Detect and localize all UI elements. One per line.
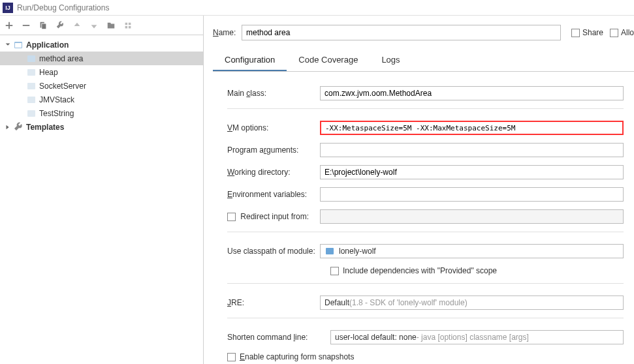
remove-icon[interactable] [21, 20, 31, 31]
separator [227, 318, 624, 318]
checkbox-icon [571, 29, 580, 37]
svg-rect-4 [27, 83, 35, 89]
jre-label: JRE: [227, 298, 320, 307]
tree-label: SocketServer [39, 82, 86, 91]
tab-logs[interactable]: Logs [370, 50, 411, 71]
tree-label: Heap [39, 68, 58, 77]
copy-icon[interactable] [38, 20, 48, 31]
program-args-row: Program arguments: [227, 143, 624, 157]
left-panel: Application method area Heap SocketServe… [0, 16, 204, 364]
svg-rect-6 [27, 110, 35, 117]
tab-configuration[interactable]: Configuration [213, 50, 287, 71]
tree-label: TestString [39, 109, 74, 118]
tree-item-socketserver[interactable]: SocketServer [0, 79, 203, 93]
svg-rect-1 [15, 43, 22, 48]
settings-icon[interactable] [55, 20, 65, 31]
tree-item-method-area[interactable]: method area [0, 52, 203, 65]
enable-capture-label: Enable capturing form snapshots [240, 352, 354, 361]
redirect-input-field [320, 209, 624, 224]
wrench-icon [13, 122, 24, 132]
tree-templates[interactable]: Templates [0, 120, 203, 134]
svg-rect-3 [27, 69, 35, 76]
shorten-cmd-value: user-local default: none [335, 333, 417, 342]
redirect-input-label: Redirect input from: [227, 212, 320, 221]
vm-options-input[interactable] [320, 121, 624, 135]
configuration-tree: Application method area Heap SocketServe… [0, 35, 203, 364]
vm-options-row: VM options: [227, 121, 624, 135]
toolbar [0, 16, 203, 35]
collapse-icon[interactable] [123, 20, 133, 31]
classpath-label: Use classpath of module: [227, 247, 320, 256]
include-deps-checkbox[interactable]: Include dependencies with "Provided" sco… [227, 266, 624, 275]
include-deps-label: Include dependencies with "Provided" sco… [343, 266, 497, 275]
env-vars-row: Environment variables: [227, 187, 624, 202]
shorten-cmd-row: Shorten command line: user-local default… [227, 330, 624, 344]
classpath-select[interactable]: lonely-wolf [320, 244, 624, 258]
main-class-label: Main class: [227, 89, 320, 98]
main-class-row: Main class: [227, 86, 624, 100]
allow-label: Allo [621, 28, 634, 37]
tree-item-heap[interactable]: Heap [0, 65, 203, 79]
config-icon [26, 67, 37, 78]
share-checkbox[interactable]: Share [571, 28, 603, 37]
checkbox-icon[interactable] [227, 213, 236, 221]
up-icon[interactable] [72, 20, 82, 31]
shorten-cmd-label: Shorten command line: [227, 333, 330, 342]
working-dir-label: Working directory: [227, 168, 320, 177]
checkbox-icon [330, 267, 339, 275]
separator [227, 283, 624, 284]
program-args-input[interactable] [320, 143, 624, 157]
add-icon[interactable] [4, 20, 14, 31]
env-vars-label: Environment variables: [227, 190, 320, 199]
allow-checkbox[interactable]: Allo [610, 28, 634, 37]
jre-value: Default [325, 298, 349, 307]
checkbox-group: Share Allo [571, 28, 634, 37]
tree-application[interactable]: Application [0, 38, 203, 52]
env-vars-input[interactable] [320, 187, 624, 202]
tree-label: method area [39, 54, 83, 63]
tab-code-coverage[interactable]: Code Coverage [287, 50, 370, 71]
config-icon [26, 81, 37, 91]
folder-icon[interactable] [106, 20, 116, 31]
jre-row: JRE: Default (1.8 - SDK of 'lonely-wolf'… [227, 296, 624, 310]
module-icon [325, 246, 335, 256]
classpath-value: lonely-wolf [339, 247, 376, 256]
svg-rect-5 [27, 97, 35, 103]
jre-select[interactable]: Default (1.8 - SDK of 'lonely-wolf' modu… [320, 296, 624, 310]
window-title: Run/Debug Configurations [17, 3, 109, 12]
working-dir-row: Working directory: [227, 165, 624, 179]
app-icon: IJ [3, 3, 13, 13]
tree-label: JMVStack [39, 95, 74, 104]
separator [227, 232, 624, 232]
vm-options-label: VM options: [227, 123, 320, 132]
config-icon [26, 95, 37, 105]
down-icon[interactable] [89, 20, 99, 31]
tree-label: Application [26, 40, 69, 50]
tree-label: Templates [26, 123, 64, 132]
application-icon [13, 40, 24, 50]
redirect-input-row: Redirect input from: [227, 209, 624, 224]
name-input[interactable] [242, 25, 561, 40]
working-dir-input[interactable] [320, 165, 624, 179]
tree-item-jmvstack[interactable]: JMVStack [0, 93, 203, 106]
shorten-cmd-select[interactable]: user-local default: none - java [options… [330, 330, 624, 344]
checkbox-icon [610, 29, 618, 37]
right-panel: Name: Share Allo Configuration Code Cove… [204, 16, 634, 364]
main-layout: Application method area Heap SocketServe… [0, 16, 634, 364]
shorten-cmd-hint: - java [options] classname [args] [417, 333, 529, 342]
name-label: Name: [213, 28, 242, 37]
enable-capture-checkbox[interactable]: Enable capturing form snapshots [227, 352, 624, 361]
main-class-input[interactable] [320, 86, 624, 100]
expand-arrow-icon[interactable] [4, 41, 12, 49]
expand-arrow-icon[interactable] [4, 123, 12, 131]
titlebar: IJ Run/Debug Configurations [0, 0, 634, 16]
tree-item-teststring[interactable]: TestString [0, 106, 203, 120]
name-row: Name: Share Allo [213, 25, 634, 40]
separator [227, 108, 624, 109]
config-form: Main class: VM options: Program argument… [213, 72, 634, 364]
tabs: Configuration Code Coverage Logs [213, 50, 634, 72]
share-label: Share [582, 28, 603, 37]
jre-hint: (1.8 - SDK of 'lonely-wolf' module) [349, 298, 468, 307]
svg-rect-7 [326, 248, 334, 254]
config-icon [26, 53, 37, 64]
